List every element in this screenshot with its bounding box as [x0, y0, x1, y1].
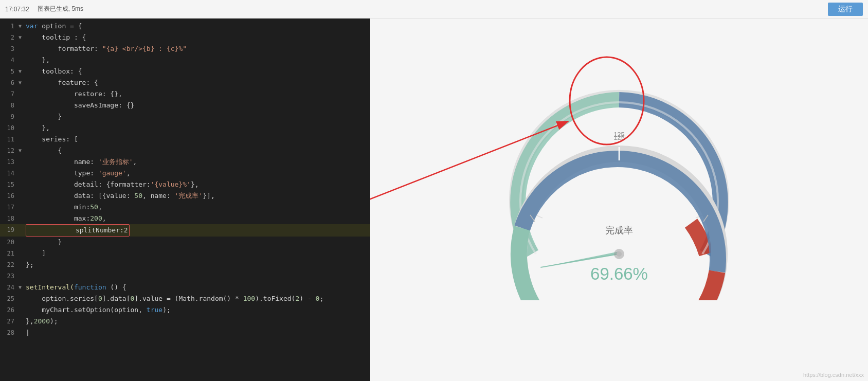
code-line: 7 restore: {}, — [0, 88, 370, 100]
code-line: 27},2000); — [0, 316, 370, 327]
code-line: 4 }, — [0, 55, 370, 66]
chart-panel: 125 — [370, 19, 868, 381]
code-line: 26 myChart.setOption(option, true); — [0, 304, 370, 316]
code-line: 15 detail: {formatter:'{value}%'}, — [0, 179, 370, 190]
svg-text:69.66%: 69.66% — [590, 264, 648, 283]
code-line: 18 max:200, — [0, 213, 370, 224]
code-line: 12▼ { — [0, 145, 370, 156]
code-line: 19 splitNumber:2 — [0, 224, 370, 237]
svg-point-15 — [617, 251, 622, 257]
main-container: 1▼var option = {2▼ tooltip : {3 formatte… — [0, 19, 868, 381]
code-line: 10 }, — [0, 122, 370, 134]
code-line: 28| — [0, 327, 370, 338]
watermark: https://blog.csdn.net/xxx — [803, 372, 864, 378]
topbar-status: 图表已生成, 5ms — [38, 5, 828, 13]
run-button[interactable]: 运行 — [828, 3, 863, 16]
code-line: 17 min:50, — [0, 202, 370, 213]
code-line: 14 type: 'gauge', — [0, 168, 370, 179]
code-line: 2▼ tooltip : { — [0, 32, 370, 43]
code-line: 25 option.series[0].data[0].value = (Mat… — [0, 293, 370, 304]
svg-text:125: 125 — [613, 134, 625, 141]
code-line: 21 ] — [0, 248, 370, 259]
code-line: 9 } — [0, 111, 370, 122]
code-line: 20 } — [0, 237, 370, 248]
code-line: 16 data: [{value: 50, name: '完成率'}], — [0, 190, 370, 202]
gauge-visual: 125 50 200 完成率 69.66% — [501, 84, 737, 300]
code-line: 23 — [0, 270, 370, 282]
code-line: 11 series: [ — [0, 134, 370, 145]
code-line: 8 saveAsImage: {} — [0, 100, 370, 111]
code-line: 5▼ toolbox: { — [0, 66, 370, 77]
code-line: 22}; — [0, 259, 370, 270]
topbar: 17:07:32 图表已生成, 5ms 运行 — [0, 0, 868, 19]
code-line: 24▼setInterval(function () { — [0, 282, 370, 293]
code-line: 3 formatter: "{a} <br/>{b} : {c}%" — [0, 43, 370, 55]
code-line: 1▼var option = { — [0, 21, 370, 32]
topbar-time: 17:07:32 — [5, 6, 29, 13]
gauge-chart: 125 — [501, 84, 737, 300]
code-editor[interactable]: 1▼var option = {2▼ tooltip : {3 formatte… — [0, 19, 370, 381]
svg-text:完成率: 完成率 — [605, 225, 633, 235]
code-line: 13 name: '业务指标', — [0, 156, 370, 168]
code-line: 6▼ feature: { — [0, 77, 370, 88]
